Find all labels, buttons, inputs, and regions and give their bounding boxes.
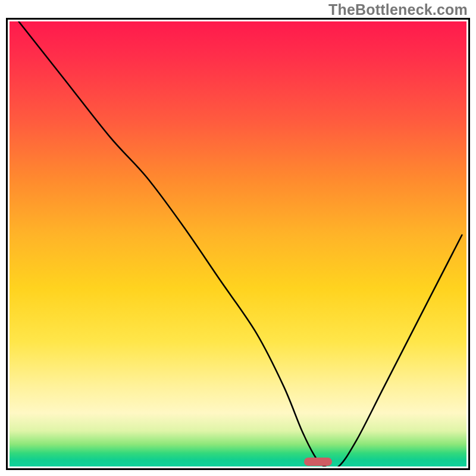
chart-frame [6, 18, 470, 470]
watermark-text: TheBottleneck.com [328, 1, 468, 18]
bottleneck-curve [10, 21, 466, 466]
optimal-range-marker [304, 458, 331, 466]
